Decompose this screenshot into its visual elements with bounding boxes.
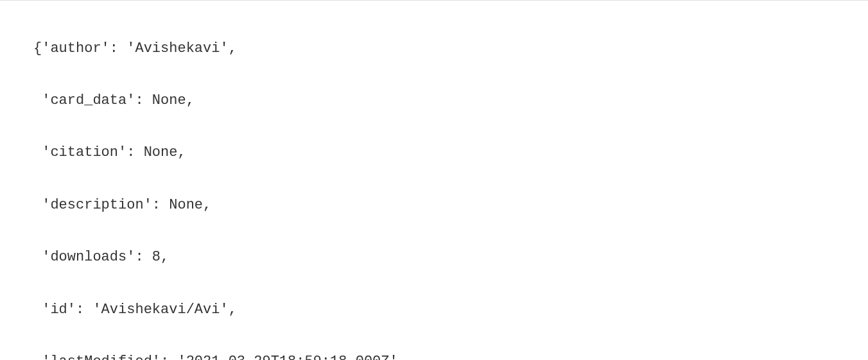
code-line: 'id': 'Avishekavi/Avi', xyxy=(33,297,868,323)
code-line: 'downloads': 8, xyxy=(33,244,868,271)
code-line: 'description': None, xyxy=(33,193,868,219)
code-line: 'lastModified': '2021-03-29T18:59:18.000… xyxy=(33,349,868,360)
code-line: 'card_data': None, xyxy=(33,88,868,114)
code-output-block: {'author': 'Avishekavi', 'card_data': No… xyxy=(0,0,868,360)
code-line: 'citation': None, xyxy=(33,140,868,166)
code-line: {'author': 'Avishekavi', xyxy=(33,36,868,62)
